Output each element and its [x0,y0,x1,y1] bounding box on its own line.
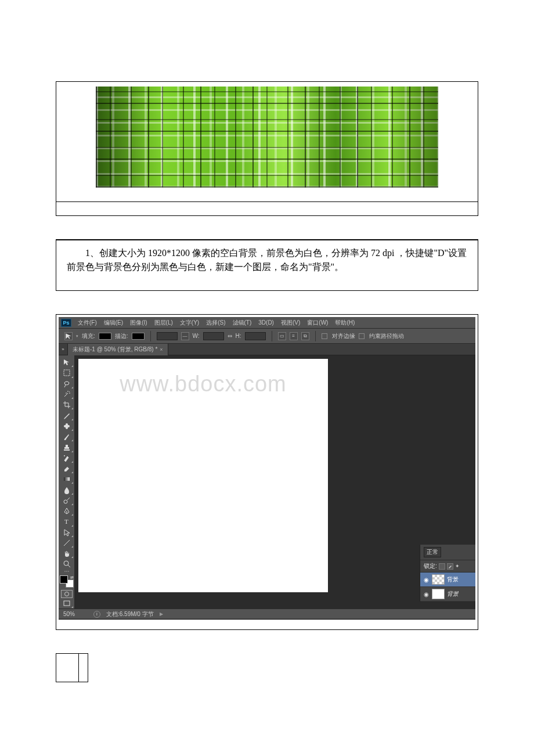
ps-statusbar: 50% i 文档:6.59M/0 字节 ▶ [59,609,475,619]
ps-logo: Ps [61,319,71,327]
layer-row-active[interactable]: ◉ 背景 [420,573,475,587]
layer-thumb-icon [432,574,445,585]
opt-width-input[interactable] [203,332,224,340]
lock-paint-icon[interactable] [447,563,453,570]
lasso-tool-icon[interactable] [60,379,74,389]
ps-body: T ⇄ www.bdoc [59,355,475,609]
opt-height-input[interactable] [245,332,266,340]
lock-transparency-icon[interactable] [439,563,445,570]
instruction-text: 1、创建大小为 1920*1200 像素的空白背景，前景色为白色，分辨率为 72… [67,246,467,274]
move-tool-icon[interactable] [60,357,74,368]
menu-help[interactable]: 帮助(H) [332,318,358,328]
photoshop-screenshot-container: Ps 文件(F) 编辑(E) 图像(I) 图层(L) 文字(Y) 选择(S) 滤… [56,314,478,630]
opt-fill-swatch[interactable] [99,333,111,340]
type-tool-icon[interactable]: T [60,516,74,527]
pen-tool-icon[interactable] [60,506,74,516]
ps-empty-row [59,619,475,627]
visibility-icon[interactable]: ◉ [423,577,430,583]
layers-lock-row: 锁定: ✦ [420,560,475,573]
menu-view[interactable]: 视图(V) [278,318,303,328]
status-arrow-icon[interactable]: ▶ [160,611,163,617]
lock-label: 锁定: [424,562,437,570]
foreground-swatch[interactable] [60,575,68,584]
figure-green-abstract [96,87,438,188]
menu-window[interactable]: 窗口(W) [304,318,331,328]
eraser-tool-icon[interactable] [60,463,74,474]
marquee-tool-icon[interactable] [60,368,74,378]
history-brush-tool-icon[interactable] [60,453,74,463]
svg-rect-0 [64,370,70,376]
menu-file[interactable]: 文件(F) [75,318,100,328]
link-icon[interactable]: ⇔ [228,333,232,339]
instruction-box: 1、创建大小为 1920*1200 像素的空白背景，前景色为白色，分辨率为 72… [56,239,478,291]
svg-point-4 [64,500,67,503]
opt-fill-label: 填充: [82,332,95,340]
layer-name: 背景 [447,590,459,598]
svg-point-7 [64,571,66,572]
color-swatches[interactable]: ⇄ [60,575,74,588]
blur-tool-icon[interactable] [60,484,74,495]
menu-type[interactable]: 文字(Y) [177,318,202,328]
menu-select[interactable]: 选择(S) [203,318,228,328]
figure-empty-row [56,202,478,216]
path-select-icon[interactable] [64,332,73,340]
separator-icon [150,331,151,341]
photoshop-window: Ps 文件(F) 编辑(E) 图像(I) 图层(L) 文字(Y) 选择(S) 滤… [59,317,475,619]
healing-tool-icon[interactable] [60,421,74,431]
dodge-tool-icon[interactable] [60,495,74,506]
ps-optionsbar: ▾ 填充: 描边: — W: ⇔ H: ▭ ≡ ⧉ 对齐边缘 [59,329,475,344]
separator-icon [272,331,272,341]
svg-point-6 [64,561,68,566]
screenmode-icon[interactable] [60,598,74,609]
line-tool-icon[interactable] [60,538,74,548]
opt-align-edges-label: 对齐边缘 [332,332,355,340]
eyedropper-tool-icon[interactable] [60,410,74,420]
opt-stroke-width[interactable] [157,332,178,340]
opt-stroke-swatch[interactable] [132,333,145,340]
quickmask-icon[interactable] [61,590,73,598]
gradient-tool-icon[interactable] [60,474,74,484]
svg-point-8 [66,571,67,572]
ps-menubar: Ps 文件(F) 编辑(E) 图像(I) 图层(L) 文字(Y) 选择(S) 滤… [59,317,475,329]
checkbox-constrain-path[interactable] [359,333,365,339]
path-select-tool-icon[interactable] [60,527,74,538]
lock-more-icon[interactable]: ✦ [455,563,460,569]
path-arrange-icon[interactable]: ⧉ [301,332,309,340]
status-info-icon[interactable]: i [93,611,100,618]
wand-tool-icon[interactable] [60,389,74,399]
menu-3d[interactable]: 3D(D) [255,318,277,327]
close-icon[interactable]: × [160,347,163,352]
svg-rect-3 [64,477,70,481]
menu-layer[interactable]: 图层(L) [151,318,176,328]
checkbox-align-edges[interactable] [322,333,327,339]
opt-triangle-icon: ▾ [76,334,78,339]
opt-stroke-label: 描边: [115,332,128,340]
opt-stroke-style-icon[interactable]: — [181,332,189,340]
status-zoom[interactable]: 50% [63,611,88,617]
visibility-icon[interactable]: ◉ [423,591,430,597]
figure-green-abstract-container [56,81,478,202]
layer-name: 背景 [447,575,459,584]
blend-mode-select[interactable]: 正常 [424,547,441,557]
menu-edit[interactable]: 编辑(E) [101,318,126,328]
path-combine-icon[interactable]: ▭ [278,332,286,340]
hand-tool-icon[interactable] [60,548,74,559]
opt-h-label: H: [236,333,241,339]
stamp-tool-icon[interactable] [60,442,74,452]
path-align-icon[interactable]: ≡ [290,332,298,340]
separator-icon [315,331,316,341]
layers-blend-row: 正常 [420,545,475,560]
ps-canvas[interactable]: www.bdocx.com [78,359,328,592]
ps-tabbar: » 未标题-1 @ 50% (背景, RGB/8) * × [59,344,475,355]
menu-filter[interactable]: 滤镜(T) [230,318,255,328]
document-tab[interactable]: 未标题-1 @ 50% (背景, RGB/8) * × [68,344,168,355]
menu-image[interactable]: 图像(I) [127,318,150,328]
ruler-corner-icon: » [59,344,68,355]
brush-tool-icon[interactable] [60,431,74,442]
status-doc: 文档:6.59M/0 字节 [106,610,154,618]
crop-tool-icon[interactable] [60,399,74,410]
document-tab-title: 未标题-1 @ 50% (背景, RGB/8) * [73,345,157,354]
svg-rect-10 [64,601,70,606]
layer-thumb-icon [432,589,445,599]
layer-row[interactable]: ◉ 背景 [420,587,475,602]
